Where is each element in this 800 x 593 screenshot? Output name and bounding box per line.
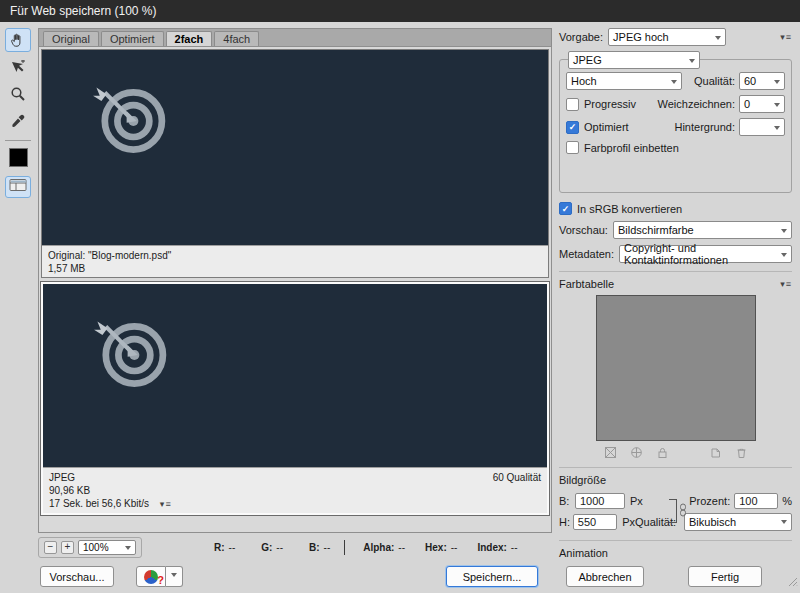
chevron-down-icon	[774, 126, 780, 133]
eyedropper-icon	[10, 113, 26, 129]
metadata-select[interactable]: Copyright- und Kontaktinformationen	[619, 245, 792, 263]
percent-input[interactable]: 100	[734, 493, 778, 509]
done-button[interactable]: Fertig	[688, 566, 762, 587]
optimized-quality: 60 Qualität	[493, 471, 541, 484]
section-divider	[559, 467, 792, 468]
chevron-down-icon	[774, 103, 780, 110]
image-size-header: Bildgröße	[559, 474, 606, 486]
optimized-download-time: 17 Sek. bei 56,6 Kbit/s	[49, 498, 149, 509]
dialog-body: Original Optimiert 2fach 4fach	[0, 22, 800, 560]
statusbar: − + 100% R:-- G:-- B:-- Alpha:-- Hex:-- …	[38, 536, 552, 558]
color-table-menu-icon[interactable]: ▾≡	[780, 279, 792, 289]
embed-profile-label: Farbprofil einbetten	[584, 142, 679, 154]
preview-column: Original Optimiert 2fach 4fach	[36, 22, 554, 560]
color-table-swatches[interactable]	[596, 295, 756, 441]
zoom-level-select[interactable]: 100%	[78, 540, 136, 555]
percent-label: Prozent:	[689, 495, 730, 507]
chevron-down-icon	[125, 546, 131, 553]
preview-in-browser-button[interactable]: Vorschau...	[40, 566, 114, 587]
blur-value-select[interactable]: 0	[739, 95, 785, 113]
width-input[interactable]: 1000	[575, 493, 625, 509]
browser-globe-icon	[144, 570, 158, 584]
lock-color-icon[interactable]	[656, 446, 669, 459]
tab-optimiert[interactable]: Optimiert	[101, 31, 164, 46]
preset-select[interactable]: JPEG hoch	[608, 28, 726, 46]
hand-icon	[10, 32, 26, 48]
b-readout: B:--	[309, 542, 330, 553]
tab-4fach[interactable]: 4fach	[214, 31, 259, 46]
tab-original[interactable]: Original	[43, 31, 99, 46]
lock-web-shift-icon[interactable]	[630, 446, 643, 459]
color-table-header: Farbtabelle	[559, 278, 614, 290]
target-logo-icon	[88, 74, 172, 158]
tab-2fach[interactable]: 2fach	[166, 31, 213, 46]
srgb-checkbox[interactable]	[559, 202, 572, 215]
image-size-controls: B: 1000 Px Prozent: 100 % H: 550 Px Qual…	[559, 490, 792, 532]
height-input[interactable]: 550	[573, 514, 617, 530]
hex-readout: Hex:--	[425, 542, 457, 553]
eyedropper-tool-button[interactable]	[5, 109, 31, 133]
quality-preset-select[interactable]: Hoch	[566, 72, 682, 90]
icon-gap	[682, 446, 696, 459]
width-unit: Px	[630, 495, 643, 507]
g-readout: G:--	[261, 542, 283, 553]
srgb-label: In sRGB konvertieren	[577, 203, 682, 215]
target-logo-icon	[89, 308, 173, 392]
embed-profile-checkbox[interactable]	[566, 141, 579, 154]
preview-area: Original: "Blog-modern.psd" 1,57 MB	[38, 46, 552, 533]
quality-label: Qualität:	[694, 75, 735, 87]
zoom-in-button[interactable]: +	[61, 541, 74, 554]
preview-tabstrip: Original Optimiert 2fach 4fach	[38, 28, 552, 46]
settings-panel: Vorgabe: JPEG hoch ▾≡ JPEG Hoch Qualität…	[554, 22, 800, 560]
format-options-group: JPEG Hoch Qualität: 60 Progressiv Weichz…	[559, 59, 792, 193]
matte-label: Hintergrund:	[674, 121, 735, 133]
section-divider	[559, 271, 792, 272]
slice-select-tool-button[interactable]	[5, 55, 31, 79]
preview-mode-label: Vorschau:	[559, 224, 608, 236]
delete-color-icon[interactable]	[735, 446, 748, 459]
alpha-readout: Alpha:--	[363, 542, 405, 553]
quality-value-select[interactable]: 60	[739, 72, 785, 90]
optimized-format: JPEG	[49, 471, 75, 484]
toggle-slices-button[interactable]	[5, 176, 31, 198]
browser-preview-button[interactable]: ?	[136, 566, 166, 587]
zoom-tool-button[interactable]	[5, 82, 31, 106]
cancel-button[interactable]: Abbrechen	[566, 566, 644, 587]
optimized-checkbox[interactable]	[566, 121, 579, 134]
original-canvas[interactable]	[42, 50, 548, 245]
optimized-label: Optimiert	[584, 121, 629, 133]
chevron-down-icon	[781, 229, 787, 236]
progressive-checkbox[interactable]	[566, 98, 579, 111]
height-unit: Px	[622, 516, 635, 528]
height-label: H:	[559, 516, 573, 528]
original-info: Original: "Blog-modern.psd" 1,57 MB	[42, 245, 548, 277]
optimized-pane[interactable]: JPEG 60 Qualität 90,96 KB 17 Sek. bei 56…	[41, 282, 549, 515]
toolbox-divider	[5, 140, 31, 141]
r-readout: R:--	[214, 542, 235, 553]
statusbar-divider	[344, 540, 345, 555]
eyedropper-color-swatch[interactable]	[9, 148, 28, 167]
chevron-down-icon	[715, 36, 721, 43]
original-filesize: 1,57 MB	[48, 262, 542, 275]
file-format-select[interactable]: JPEG	[568, 51, 700, 69]
zoom-out-button[interactable]: −	[44, 541, 57, 554]
new-color-icon[interactable]	[709, 446, 722, 459]
resample-quality-select[interactable]: Bikubisch	[684, 513, 792, 531]
save-for-web-dialog: Für Web speichern (100 %)	[0, 0, 800, 593]
preview-mode-select[interactable]: Bildschirmfarbe	[613, 221, 792, 239]
save-button[interactable]: Speichern...	[446, 566, 538, 587]
snap-to-web-icon[interactable]	[604, 446, 617, 459]
metadata-label: Metadaten:	[559, 248, 614, 260]
browser-select-dropdown[interactable]	[166, 566, 183, 587]
width-label: B:	[559, 495, 575, 507]
optimize-menu-icon[interactable]: ▾≡	[780, 32, 792, 42]
matte-select[interactable]	[739, 118, 785, 136]
hand-tool-button[interactable]	[5, 28, 31, 52]
chevron-down-icon	[774, 80, 780, 87]
resize-grip[interactable]	[788, 573, 798, 591]
original-pane[interactable]: Original: "Blog-modern.psd" 1,57 MB	[41, 49, 549, 278]
section-divider	[559, 540, 792, 541]
download-speed-menu-icon[interactable]: ▾≡	[160, 499, 172, 509]
link-dimensions-icon[interactable]	[679, 503, 687, 519]
optimized-canvas[interactable]	[43, 284, 547, 467]
